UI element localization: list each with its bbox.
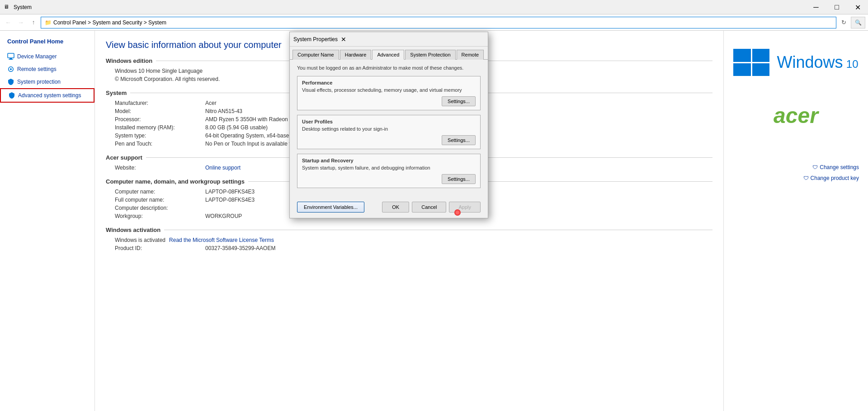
change-settings-link[interactable]: 🛡 Change settings [812,164,859,170]
change-settings-icon: 🛡 [812,164,818,170]
title-bar: 🖥 System ─ □ ✕ [0,0,868,14]
sidebar-item-system-protection[interactable]: System protection [0,76,94,88]
advanced-system-label: Advanced system settings [18,92,81,99]
model-label: Model: [115,108,205,114]
cancel-button[interactable]: Cancel [412,202,446,213]
user-profiles-title: User Profiles [302,119,476,124]
pen-touch-label: Pen and Touch: [115,141,205,147]
minimize-button[interactable]: ─ [806,0,826,14]
forward-button[interactable]: → [15,17,26,28]
win-pane-tl [733,49,751,62]
memory-label: Installed memory (RAM): [115,124,205,131]
address-bar: ← → ↑ 📁 Control Panel > System and Secur… [0,14,868,31]
dialog-close-button[interactable]: ✕ [338,33,349,45]
maximize-button[interactable]: □ [826,0,847,14]
remote-settings-icon [7,66,14,73]
manufacturer-label: Manufacturer: [115,100,205,106]
win-pane-tr [752,49,770,62]
environment-variables-button[interactable]: Environment Variables... [297,202,364,213]
app-icon: 🖥 [4,4,11,11]
change-product-key-text: Change product key [811,175,859,181]
processor-label: Processor: [115,116,205,123]
model-value: Nitro AN515-43 [205,108,242,114]
address-field[interactable]: 📁 Control Panel > System and Security > … [41,17,836,28]
up-button[interactable]: ↑ [28,17,39,28]
window-controls: ─ □ ✕ [806,0,868,14]
acer-logo: acer [774,103,818,128]
refresh-button[interactable]: ↻ [838,17,849,28]
system-type-label: System type: [115,132,205,139]
windows-logo: Windows 10 [733,49,858,76]
system-properties-dialog: System Properties ✕ Computer Name Hardwa… [289,32,488,218]
apply-button[interactable]: Apply [449,202,481,213]
search-icon: 🔍 [855,19,862,26]
change-product-key-link[interactable]: 🛡 Change product key [803,175,859,181]
device-manager-icon [7,53,14,60]
full-computer-name-value: LAPTOP-08FKS4E3 [205,197,255,203]
tab-advanced[interactable]: Advanced [372,50,404,60]
advanced-system-icon [8,92,15,99]
workgroup-label: Workgroup: [115,213,205,219]
windows-version-text: 10 [846,58,859,70]
performance-title: Performance [302,80,476,85]
system-protection-icon [7,78,14,85]
dialog-content: You must be logged on as an Administrato… [290,60,488,198]
dialog-title-bar: System Properties ✕ [290,32,488,47]
remote-settings-label: Remote settings [17,66,57,72]
user-profiles-section: User Profiles Desktop settings related t… [297,115,481,149]
close-button[interactable]: ✕ [847,0,868,14]
tab-computer-name[interactable]: Computer Name [292,50,339,60]
ok-button[interactable]: OK [382,202,409,213]
win-pane-bl [733,63,751,76]
tab-system-protection[interactable]: System Protection [405,50,455,60]
dialog-bottom: Environment Variables... OK Cancel Apply [290,198,488,218]
computer-description-label: Computer description: [115,205,205,211]
performance-desc: Visual effects, processor scheduling, me… [302,87,476,93]
manufacturer-value: Acer [205,100,217,106]
performance-section: Performance Visual effects, processor sc… [297,76,481,110]
dialog-title-text: System Properties [293,36,338,43]
startup-recovery-section: Startup and Recovery System startup, sys… [297,154,481,188]
search-button[interactable]: 🔍 [851,17,865,28]
back-button[interactable]: ← [3,17,14,28]
startup-recovery-settings-button[interactable]: Settings... [442,174,476,184]
performance-settings-button[interactable]: Settings... [442,96,476,106]
online-support-link[interactable]: Online support [205,165,241,171]
sidebar-item-remote-settings[interactable]: Remote settings [0,63,94,76]
control-panel-home-link[interactable]: Control Panel Home [0,34,94,50]
product-id-value: 00327-35849-35299-AAOEM [205,245,275,251]
change-settings-text: Change settings [820,164,859,170]
activation-status-row: Windows is activated Read the Microsoft … [106,237,712,243]
startup-recovery-title: Startup and Recovery [302,158,476,163]
svg-rect-0 [8,53,14,58]
address-path: Control Panel > System and Security > Sy… [53,19,166,26]
license-terms-link[interactable]: Read the Microsoft Software License Term… [169,237,274,243]
dialog-info-text: You must be logged on as an Administrato… [297,65,481,71]
memory-value: 8.00 GB (5.94 GB usable) [205,124,268,131]
window-title: System [14,4,864,10]
svg-point-3 [10,68,12,70]
user-profiles-desc: Desktop settings related to your sign-in [302,126,476,132]
product-id-row: Product ID: 00327-35849-35299-AAOEM [106,245,712,251]
website-label: Website: [115,165,205,171]
win-pane-br [752,63,770,76]
dialog-tabs: Computer Name Hardware Advanced System P… [290,47,488,60]
user-profiles-settings-button[interactable]: Settings... [442,135,476,145]
dialog-ok-cancel: OK Cancel Apply [382,202,481,213]
change-product-icon: 🛡 [803,175,809,181]
system-protection-label: System protection [17,79,61,85]
device-manager-label: Device Manager [17,53,57,60]
right-panel: Windows 10 acer 🛡 Change settings 🛡 Chan… [723,31,868,411]
tab-remote[interactable]: Remote [457,50,484,60]
tab-hardware[interactable]: Hardware [340,50,372,60]
windows-brand-text: Windows [777,53,843,71]
computer-name-label: Computer name: [115,189,205,195]
svg-rect-1 [9,58,12,59]
sidebar-item-device-manager[interactable]: Device Manager [0,50,94,63]
full-computer-name-label: Full computer name: [115,197,205,203]
windows-logo-grid [733,49,769,76]
workgroup-value: WORKGROUP [205,213,242,219]
sidebar-item-advanced-system[interactable]: Advanced system settings [0,88,94,103]
product-id-label: Product ID: [115,245,205,251]
sidebar: Control Panel Home Device Manager Remote… [0,31,95,411]
